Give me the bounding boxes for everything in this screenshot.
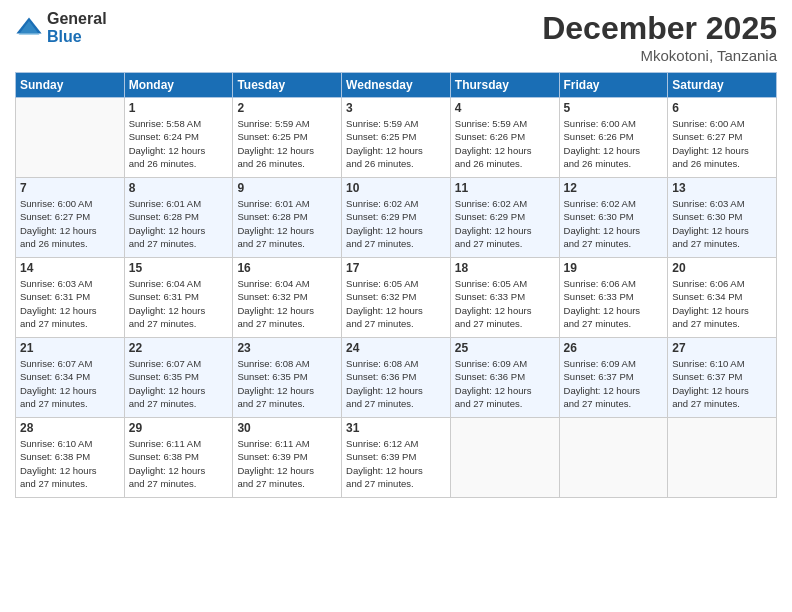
table-row: 9Sunrise: 6:01 AMSunset: 6:28 PMDaylight… — [233, 178, 342, 258]
day-number: 31 — [346, 421, 446, 435]
page: General Blue December 2025 Mkokotoni, Ta… — [0, 0, 792, 612]
sunrise-text: Sunrise: 6:07 AM — [129, 357, 229, 370]
calendar-table: Sunday Monday Tuesday Wednesday Thursday… — [15, 72, 777, 498]
daylight-text: Daylight: 12 hours — [564, 144, 664, 157]
table-row: 16Sunrise: 6:04 AMSunset: 6:32 PMDayligh… — [233, 258, 342, 338]
table-row: 26Sunrise: 6:09 AMSunset: 6:37 PMDayligh… — [559, 338, 668, 418]
sunset-text: Sunset: 6:28 PM — [129, 210, 229, 223]
table-row: 4Sunrise: 5:59 AMSunset: 6:26 PMDaylight… — [450, 98, 559, 178]
sunrise-text: Sunrise: 6:03 AM — [672, 197, 772, 210]
daylight-text-2: and 26 minutes. — [346, 157, 446, 170]
table-row: 20Sunrise: 6:06 AMSunset: 6:34 PMDayligh… — [668, 258, 777, 338]
sunset-text: Sunset: 6:36 PM — [346, 370, 446, 383]
sunrise-text: Sunrise: 6:11 AM — [129, 437, 229, 450]
daylight-text-2: and 27 minutes. — [237, 397, 337, 410]
day-number: 2 — [237, 101, 337, 115]
table-row — [16, 98, 125, 178]
sunrise-text: Sunrise: 6:09 AM — [455, 357, 555, 370]
table-row: 7Sunrise: 6:00 AMSunset: 6:27 PMDaylight… — [16, 178, 125, 258]
cell-info: Sunrise: 6:00 AMSunset: 6:26 PMDaylight:… — [564, 117, 664, 170]
daylight-text-2: and 26 minutes. — [129, 157, 229, 170]
daylight-text-2: and 27 minutes. — [237, 477, 337, 490]
table-row — [450, 418, 559, 498]
table-row: 22Sunrise: 6:07 AMSunset: 6:35 PMDayligh… — [124, 338, 233, 418]
sunrise-text: Sunrise: 6:10 AM — [672, 357, 772, 370]
sunset-text: Sunset: 6:35 PM — [237, 370, 337, 383]
cell-info: Sunrise: 6:11 AMSunset: 6:38 PMDaylight:… — [129, 437, 229, 490]
sunrise-text: Sunrise: 6:06 AM — [564, 277, 664, 290]
day-number: 8 — [129, 181, 229, 195]
cell-info: Sunrise: 5:59 AMSunset: 6:26 PMDaylight:… — [455, 117, 555, 170]
day-number: 6 — [672, 101, 772, 115]
sunrise-text: Sunrise: 6:01 AM — [129, 197, 229, 210]
daylight-text: Daylight: 12 hours — [20, 304, 120, 317]
day-number: 9 — [237, 181, 337, 195]
daylight-text: Daylight: 12 hours — [129, 144, 229, 157]
day-number: 1 — [129, 101, 229, 115]
daylight-text-2: and 27 minutes. — [237, 317, 337, 330]
col-friday: Friday — [559, 73, 668, 98]
cell-info: Sunrise: 6:00 AMSunset: 6:27 PMDaylight:… — [672, 117, 772, 170]
day-number: 25 — [455, 341, 555, 355]
sunset-text: Sunset: 6:26 PM — [564, 130, 664, 143]
daylight-text-2: and 26 minutes. — [455, 157, 555, 170]
daylight-text-2: and 27 minutes. — [20, 397, 120, 410]
day-number: 5 — [564, 101, 664, 115]
cell-info: Sunrise: 6:00 AMSunset: 6:27 PMDaylight:… — [20, 197, 120, 250]
cell-info: Sunrise: 6:04 AMSunset: 6:31 PMDaylight:… — [129, 277, 229, 330]
daylight-text: Daylight: 12 hours — [346, 304, 446, 317]
table-row: 25Sunrise: 6:09 AMSunset: 6:36 PMDayligh… — [450, 338, 559, 418]
cell-info: Sunrise: 6:05 AMSunset: 6:32 PMDaylight:… — [346, 277, 446, 330]
sunrise-text: Sunrise: 6:02 AM — [564, 197, 664, 210]
sunrise-text: Sunrise: 6:06 AM — [672, 277, 772, 290]
sunset-text: Sunset: 6:30 PM — [672, 210, 772, 223]
daylight-text: Daylight: 12 hours — [455, 224, 555, 237]
sunset-text: Sunset: 6:39 PM — [346, 450, 446, 463]
cell-info: Sunrise: 6:02 AMSunset: 6:30 PMDaylight:… — [564, 197, 664, 250]
cell-info: Sunrise: 6:11 AMSunset: 6:39 PMDaylight:… — [237, 437, 337, 490]
daylight-text: Daylight: 12 hours — [129, 464, 229, 477]
sunset-text: Sunset: 6:32 PM — [346, 290, 446, 303]
daylight-text-2: and 27 minutes. — [455, 237, 555, 250]
sunset-text: Sunset: 6:39 PM — [237, 450, 337, 463]
day-number: 19 — [564, 261, 664, 275]
daylight-text-2: and 27 minutes. — [129, 397, 229, 410]
daylight-text-2: and 27 minutes. — [564, 317, 664, 330]
daylight-text: Daylight: 12 hours — [672, 144, 772, 157]
table-row: 19Sunrise: 6:06 AMSunset: 6:33 PMDayligh… — [559, 258, 668, 338]
daylight-text-2: and 27 minutes. — [346, 477, 446, 490]
table-row: 6Sunrise: 6:00 AMSunset: 6:27 PMDaylight… — [668, 98, 777, 178]
day-number: 3 — [346, 101, 446, 115]
daylight-text: Daylight: 12 hours — [564, 224, 664, 237]
sunrise-text: Sunrise: 5:59 AM — [346, 117, 446, 130]
table-row: 27Sunrise: 6:10 AMSunset: 6:37 PMDayligh… — [668, 338, 777, 418]
day-number: 24 — [346, 341, 446, 355]
sunset-text: Sunset: 6:38 PM — [129, 450, 229, 463]
sunrise-text: Sunrise: 6:09 AM — [564, 357, 664, 370]
sunrise-text: Sunrise: 6:11 AM — [237, 437, 337, 450]
day-number: 11 — [455, 181, 555, 195]
col-tuesday: Tuesday — [233, 73, 342, 98]
daylight-text: Daylight: 12 hours — [564, 384, 664, 397]
calendar-week-row: 1Sunrise: 5:58 AMSunset: 6:24 PMDaylight… — [16, 98, 777, 178]
sunset-text: Sunset: 6:35 PM — [129, 370, 229, 383]
daylight-text: Daylight: 12 hours — [564, 304, 664, 317]
day-number: 10 — [346, 181, 446, 195]
sunset-text: Sunset: 6:34 PM — [20, 370, 120, 383]
cell-info: Sunrise: 6:10 AMSunset: 6:38 PMDaylight:… — [20, 437, 120, 490]
daylight-text: Daylight: 12 hours — [672, 384, 772, 397]
calendar-week-row: 7Sunrise: 6:00 AMSunset: 6:27 PMDaylight… — [16, 178, 777, 258]
sunrise-text: Sunrise: 6:00 AM — [672, 117, 772, 130]
cell-info: Sunrise: 6:08 AMSunset: 6:35 PMDaylight:… — [237, 357, 337, 410]
daylight-text: Daylight: 12 hours — [20, 464, 120, 477]
daylight-text: Daylight: 12 hours — [672, 304, 772, 317]
col-thursday: Thursday — [450, 73, 559, 98]
sunrise-text: Sunrise: 6:08 AM — [237, 357, 337, 370]
table-row: 30Sunrise: 6:11 AMSunset: 6:39 PMDayligh… — [233, 418, 342, 498]
sunset-text: Sunset: 6:25 PM — [237, 130, 337, 143]
header: General Blue December 2025 Mkokotoni, Ta… — [15, 10, 777, 64]
table-row: 11Sunrise: 6:02 AMSunset: 6:29 PMDayligh… — [450, 178, 559, 258]
sunset-text: Sunset: 6:27 PM — [672, 130, 772, 143]
day-number: 14 — [20, 261, 120, 275]
daylight-text-2: and 27 minutes. — [237, 237, 337, 250]
